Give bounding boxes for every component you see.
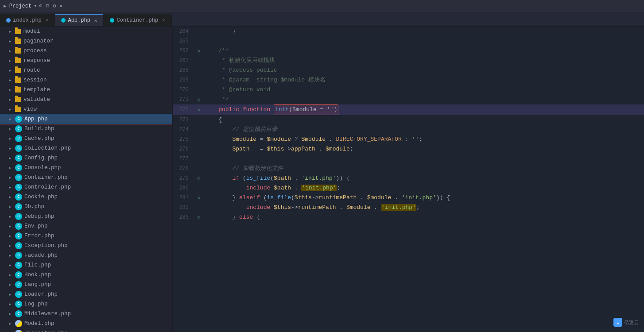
- line-num-279: 279: [173, 174, 195, 183]
- folder-icon-view: [15, 107, 21, 112]
- toolbar-add-icon[interactable]: ⊕: [39, 3, 42, 9]
- sidebar-label-collection-php: Collection.php: [24, 145, 71, 151]
- sidebar-item-middleware-php[interactable]: ▶ C Middleware.php: [0, 309, 172, 319]
- code-line-264: 264 }: [173, 27, 644, 36]
- sidebar-item-collection-php[interactable]: ▶ C Collection.php: [0, 143, 172, 153]
- sidebar-item-model-php[interactable]: ▶ Model.php: [0, 319, 172, 328]
- sidebar-item-file-php[interactable]: ▶ C File.php: [0, 260, 172, 270]
- file-icon-build: C: [15, 125, 22, 132]
- sidebar-item-lang-php[interactable]: ▶ C Lang.php: [0, 280, 172, 290]
- tab-app-php[interactable]: App.php ✕: [55, 14, 104, 26]
- sidebar-item-cookie-php[interactable]: ▶ C Cookie.php: [0, 192, 172, 202]
- toolbar-close-icon[interactable]: ✕: [59, 3, 62, 9]
- arrow-middleware: ▶: [9, 312, 15, 317]
- code-content-276: $path = $this->appPath . $module;: [203, 144, 644, 154]
- tab-label-index: index.php: [13, 17, 42, 23]
- sidebar-item-db-php[interactable]: ▶ C Db.php: [0, 202, 172, 212]
- arrow-template: ▶: [9, 88, 15, 93]
- sidebar-item-validate[interactable]: ▶ validate: [0, 95, 172, 104]
- sidebar-item-env-php[interactable]: ▶ C Env.php: [0, 221, 172, 231]
- sidebar-item-config-php[interactable]: ▶ C Config.php: [0, 153, 172, 163]
- code-line-272: 272 ◇ public function init($module = ''): [173, 104, 644, 115]
- file-icon-facade: C: [15, 252, 22, 259]
- sidebar-item-hook-php[interactable]: ▶ C Hook.php: [0, 270, 172, 280]
- sidebar-label-hook-php: Hook.php: [24, 272, 51, 278]
- arrow-model-php: ▶: [9, 321, 15, 326]
- sidebar-item-paginator[interactable]: ▶ paginator: [0, 36, 172, 46]
- code-content-264: }: [203, 27, 644, 36]
- tab-container-php[interactable]: Container.php ✕: [104, 14, 171, 26]
- sidebar-item-loader-php[interactable]: ▶ C Loader.php: [0, 290, 172, 299]
- file-icon-console: C: [15, 164, 22, 171]
- sidebar-item-session[interactable]: ▶ session: [0, 75, 172, 85]
- sidebar-label-lang-php: Lang.php: [24, 282, 51, 288]
- fold-arrow-266[interactable]: ◇: [198, 46, 201, 56]
- fold-arrow-272[interactable]: ◇: [198, 105, 201, 115]
- line-num-273: 273: [173, 115, 195, 125]
- tab-bar: index.php ✕ App.php ✕ Container.php ✕: [0, 12, 644, 27]
- arrow-build: ▶: [9, 127, 15, 131]
- sidebar-item-build-php[interactable]: ▶ C Build.php: [0, 124, 172, 134]
- sidebar-item-log-php[interactable]: ▶ C Log.php: [0, 299, 172, 309]
- tab-close-index[interactable]: ✕: [46, 17, 49, 23]
- arrow-controller: ▶: [9, 185, 15, 190]
- sidebar-item-route[interactable]: ▶ route: [0, 66, 172, 75]
- arrow-cookie: ▶: [9, 195, 15, 200]
- folder-icon-response: [15, 58, 21, 63]
- arrow-hook: ▶: [9, 273, 15, 278]
- line-num-282: 282: [173, 203, 195, 212]
- toolbar-collapse-icon[interactable]: ⊟: [46, 3, 49, 9]
- tab-close-app[interactable]: ✕: [94, 18, 97, 23]
- fold-arrow-281[interactable]: ◇: [198, 193, 201, 203]
- sidebar-label-response: response: [23, 58, 50, 64]
- title-bar: ▶ Project ▼ ⊕ ⊟ ⚙ ✕: [0, 0, 644, 12]
- sidebar-label-log-php: Log.php: [24, 301, 48, 307]
- code-line-275: 275 $module = $module ? $module . DIRECT…: [173, 135, 644, 144]
- gutter-266: ◇: [195, 46, 203, 56]
- code-content-266: /**: [203, 46, 644, 56]
- fold-arrow-283[interactable]: ◇: [198, 212, 201, 222]
- sidebar-item-console-php[interactable]: ▶ C Console.php: [0, 163, 172, 173]
- code-content-280: include $path . 'init.php';: [203, 183, 644, 193]
- file-icon-debug: C: [15, 213, 22, 220]
- file-icon-db: C: [15, 203, 22, 210]
- tab-label-app: App.php: [68, 17, 90, 23]
- fold-arrow-279[interactable]: ◇: [198, 174, 201, 183]
- sidebar-item-process[interactable]: ▶ process: [0, 46, 172, 56]
- sidebar-item-app-php[interactable]: ▶ C App.php: [0, 114, 172, 124]
- sidebar-item-view[interactable]: ▶ view: [0, 104, 172, 114]
- sidebar-item-facade-php[interactable]: ▶ C Facade.php: [0, 251, 172, 260]
- sidebar-item-controller-php[interactable]: ▶ C Controller.php: [0, 182, 172, 192]
- file-icon-file: C: [15, 262, 22, 269]
- sidebar-label-cache-php: Cache.php: [24, 135, 54, 142]
- code-content-268: * @access public: [203, 66, 644, 75]
- project-label[interactable]: Project: [9, 3, 31, 9]
- sidebar-label-template: template: [23, 87, 50, 93]
- code-content-275: $module = $module ? $module . DIRECTORY_…: [203, 135, 644, 144]
- arrow-env: ▶: [9, 224, 15, 229]
- line-num-271: 271: [173, 95, 195, 104]
- sidebar-item-debug-php[interactable]: ▶ C Debug.php: [0, 212, 172, 221]
- arrow-config: ▶: [9, 156, 15, 161]
- sidebar-item-response[interactable]: ▶ response: [0, 56, 172, 66]
- fold-arrow-271[interactable]: ◇: [198, 95, 201, 104]
- line-num-266: 266: [173, 46, 195, 56]
- code-line-268: 268 * @access public: [173, 66, 644, 75]
- sidebar-item-template[interactable]: ▶ template: [0, 85, 172, 95]
- sidebar-item-error-php[interactable]: ▶ C Error.php: [0, 231, 172, 241]
- tab-index-php[interactable]: index.php ✕: [0, 14, 55, 26]
- sidebar-item-exception-php[interactable]: ▶ C Exception.php: [0, 241, 172, 251]
- sidebar-item-container-php[interactable]: ▶ C Container.php: [0, 173, 172, 182]
- gutter-283: ◇: [195, 212, 203, 222]
- file-icon-log: C: [15, 301, 22, 308]
- sidebar-item-paginator-php[interactable]: ▶ Paginator.php: [0, 328, 172, 332]
- sidebar-item-cache-php[interactable]: ▶ C Cache.php: [0, 134, 172, 143]
- file-icon-exception: C: [15, 242, 22, 249]
- sidebar-item-model[interactable]: ▶ model: [0, 27, 172, 36]
- toolbar-settings-icon[interactable]: ⚙: [53, 3, 56, 9]
- code-line-279: 279 ◇ if (is_file($path . 'init.php')) {: [173, 174, 644, 183]
- code-content-269: * @param string $module 模块名: [203, 75, 644, 85]
- tab-close-container[interactable]: ✕: [162, 17, 165, 23]
- code-editor[interactable]: 264 } 265 266 ◇ /** 267: [173, 27, 644, 332]
- project-dropdown-icon[interactable]: ▼: [34, 4, 36, 8]
